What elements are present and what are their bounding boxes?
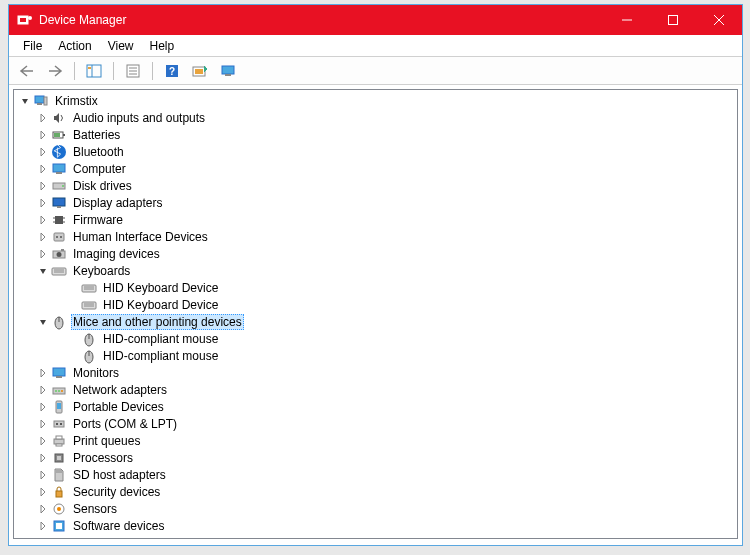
monitor-icon [51, 365, 67, 381]
svg-text:?: ? [169, 66, 175, 77]
close-button[interactable] [696, 5, 742, 35]
expand-icon[interactable] [36, 111, 50, 125]
chip-icon [51, 212, 67, 228]
menu-action[interactable]: Action [50, 37, 99, 55]
tree-device[interactable]: HID-compliant mouse [14, 330, 737, 347]
keyboard-icon [51, 263, 67, 279]
expand-icon[interactable] [36, 468, 50, 482]
menu-view[interactable]: View [100, 37, 142, 55]
show-hide-tree-button[interactable] [82, 60, 106, 82]
tree-category[interactable]: Computer [14, 160, 737, 177]
expand-icon[interactable] [36, 502, 50, 516]
svg-rect-31 [53, 198, 65, 206]
forward-button[interactable] [43, 60, 67, 82]
svg-point-26 [52, 145, 66, 159]
svg-point-39 [56, 236, 58, 238]
tree-category-label: Processors [71, 451, 135, 465]
tree-category[interactable]: Imaging devices [14, 245, 737, 262]
expand-icon[interactable] [36, 400, 50, 414]
tree-root-label: Krimstix [53, 94, 100, 108]
svg-rect-1 [20, 18, 26, 22]
tree-category[interactable]: Portable Devices [14, 398, 737, 415]
tree-device-label: HID-compliant mouse [101, 349, 220, 363]
tree-device[interactable]: HID-compliant mouse [14, 347, 737, 364]
menu-help[interactable]: Help [142, 37, 183, 55]
menu-file[interactable]: File [15, 37, 50, 55]
tree-category-label: Display adapters [71, 196, 164, 210]
tree-category-label: Software devices [71, 519, 166, 533]
tree-category[interactable]: Human Interface Devices [14, 228, 737, 245]
view-devices-button[interactable] [216, 60, 240, 82]
svg-rect-32 [57, 206, 61, 208]
tree-category[interactable]: Keyboards [14, 262, 737, 279]
expand-icon[interactable] [18, 94, 32, 108]
help-button[interactable]: ? [160, 60, 184, 82]
expand-icon[interactable] [36, 434, 50, 448]
svg-rect-66 [57, 403, 61, 409]
tree-category[interactable]: Ports (COM & LPT) [14, 415, 737, 432]
tree-category[interactable]: Sensors [14, 500, 737, 517]
computer-icon [33, 93, 49, 109]
port-icon [51, 416, 67, 432]
properties-button[interactable] [121, 60, 145, 82]
expand-icon[interactable] [36, 366, 50, 380]
svg-rect-59 [53, 368, 65, 376]
network-icon [51, 382, 67, 398]
tree-category-label: Mice and other pointing devices [71, 314, 244, 330]
expand-icon[interactable] [36, 162, 50, 176]
tree-category[interactable]: Security devices [14, 483, 737, 500]
scan-hardware-button[interactable] [188, 60, 212, 82]
expand-icon[interactable] [36, 145, 50, 159]
back-button[interactable] [15, 60, 39, 82]
disk-icon [51, 178, 67, 194]
tree-category[interactable]: Disk drives [14, 177, 737, 194]
expand-icon[interactable] [36, 196, 50, 210]
tree-category[interactable]: Mice and other pointing devices [14, 313, 737, 330]
tree-category[interactable]: Audio inputs and outputs [14, 109, 737, 126]
collapse-icon[interactable] [36, 315, 50, 329]
mouse-icon [81, 348, 97, 364]
expand-icon[interactable] [36, 128, 50, 142]
tree-category[interactable]: Monitors [14, 364, 737, 381]
svg-rect-43 [61, 249, 64, 251]
tree-category-label: Computer [71, 162, 128, 176]
speaker-icon [51, 110, 67, 126]
tree-category[interactable]: Software devices [14, 517, 737, 534]
expand-icon[interactable] [36, 485, 50, 499]
expand-icon[interactable] [36, 519, 50, 533]
tree-category[interactable]: Print queues [14, 432, 737, 449]
svg-point-80 [57, 507, 61, 511]
svg-rect-68 [56, 423, 58, 425]
tree-root[interactable]: Krimstix [14, 92, 737, 109]
tree-category[interactable]: Batteries [14, 126, 737, 143]
tree-category[interactable]: Firmware [14, 211, 737, 228]
collapse-icon[interactable] [36, 264, 50, 278]
expand-icon[interactable] [36, 213, 50, 227]
tree-category[interactable]: SD host adapters [14, 466, 737, 483]
expand-icon[interactable] [36, 383, 50, 397]
minimize-button[interactable] [604, 5, 650, 35]
security-icon [51, 484, 67, 500]
expand-icon[interactable] [36, 247, 50, 261]
expand-icon[interactable] [36, 451, 50, 465]
expand-icon[interactable] [36, 230, 50, 244]
maximize-button[interactable] [650, 5, 696, 35]
tree-category[interactable]: Processors [14, 449, 737, 466]
expand-icon[interactable] [36, 179, 50, 193]
tree-device[interactable]: HID Keyboard Device [14, 279, 737, 296]
expand-icon[interactable] [36, 417, 50, 431]
tree-device-label: HID Keyboard Device [101, 298, 220, 312]
device-tree[interactable]: KrimstixAudio inputs and outputsBatterie… [13, 89, 738, 539]
svg-point-40 [60, 236, 62, 238]
tree-category[interactable]: Display adapters [14, 194, 737, 211]
device-manager-icon [17, 12, 33, 28]
tree-category[interactable]: Bluetooth [14, 143, 737, 160]
keyboard-icon [81, 297, 97, 313]
toolbar-separator [152, 62, 153, 80]
tree-device[interactable]: HID Keyboard Device [14, 296, 737, 313]
tree-category-label: Sensors [71, 502, 119, 516]
tree-device-label: HID Keyboard Device [101, 281, 220, 295]
tree-category[interactable]: Network adapters [14, 381, 737, 398]
device-manager-window: Device Manager File Action View Help [8, 4, 743, 546]
svg-rect-20 [35, 96, 44, 103]
